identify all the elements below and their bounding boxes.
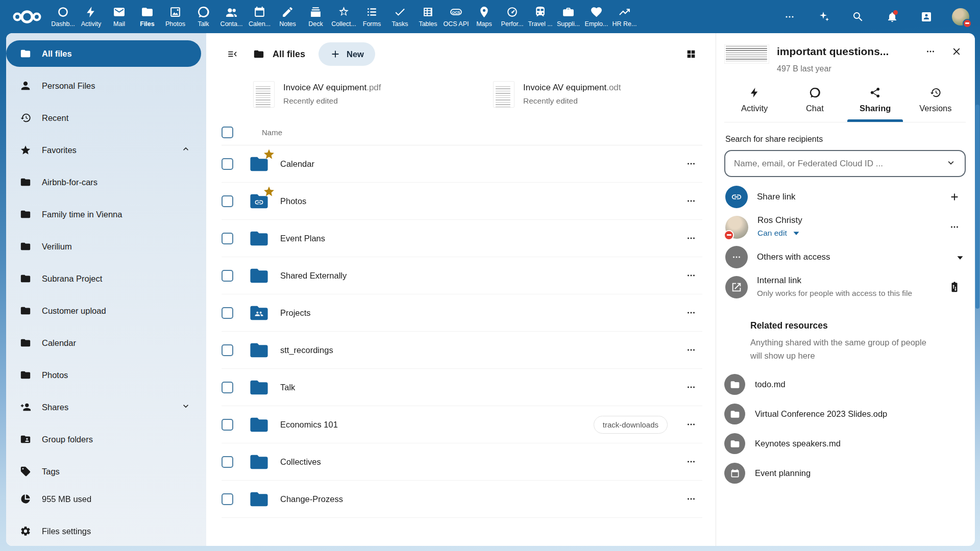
row-checkbox[interactable]: [222, 233, 233, 244]
row-actions-button[interactable]: [681, 452, 701, 472]
sidebar-item-customer-upload[interactable]: Customer upload: [11, 297, 201, 324]
table-row-projects[interactable]: Projects: [222, 294, 702, 332]
recent-file-card[interactable]: Invoice AV equipment.odt Recently edited: [493, 81, 679, 108]
tab-activity[interactable]: Activity: [724, 81, 785, 122]
related-resource-virtual-conference-2023-slides-odp[interactable]: Virtual Conference 2023 Slides.odp: [724, 399, 966, 429]
row-actions-button[interactable]: [681, 265, 701, 286]
related-resource-event-planning[interactable]: Event planning: [724, 459, 966, 488]
share-recipient-input[interactable]: [724, 150, 966, 177]
app-tasks[interactable]: Tasks: [386, 1, 414, 33]
sidebar-item-family-time-in-vienna[interactable]: Family time in Vienna: [11, 201, 201, 228]
row-checkbox[interactable]: [222, 270, 233, 282]
details-actions-button[interactable]: [921, 42, 940, 61]
scrollbar-thumb[interactable]: [975, 105, 979, 309]
app-calen[interactable]: Calen...: [246, 1, 274, 33]
sidebar-item-all-files[interactable]: All files: [6, 40, 201, 67]
chevron-down-icon[interactable]: [181, 401, 191, 413]
row-checkbox[interactable]: [222, 456, 233, 468]
sidebar-item-files-settings[interactable]: Files settings: [11, 518, 201, 544]
row-checkbox[interactable]: [222, 195, 233, 207]
app-collect[interactable]: Collect...: [330, 1, 358, 33]
table-row-talk[interactable]: Talk: [222, 369, 702, 406]
app-mail[interactable]: Mail: [105, 1, 133, 33]
related-resource-todo-md[interactable]: todo.md: [724, 370, 966, 399]
table-row-stt-recordings[interactable]: stt_recordings: [222, 332, 702, 369]
tab-chat[interactable]: Chat: [785, 81, 845, 122]
sidebar-item-calendar[interactable]: Calendar: [11, 330, 201, 356]
collapse-sidebar-button[interactable]: [222, 43, 244, 65]
file-tag[interactable]: track-downloads: [594, 416, 668, 434]
new-button[interactable]: New: [318, 42, 375, 66]
close-details-button[interactable]: [947, 42, 966, 61]
row-checkbox[interactable]: [222, 419, 233, 431]
file-name[interactable]: Change-Prozess: [280, 494, 343, 504]
app-hr-re[interactable]: HR Re...: [610, 1, 639, 33]
row-checkbox[interactable]: [222, 307, 233, 319]
tab-versions[interactable]: Versions: [905, 81, 966, 122]
sidebar-item-subrana-project[interactable]: Subrana Project: [11, 265, 201, 292]
file-name[interactable]: stt_recordings: [280, 345, 333, 355]
name-column-header[interactable]: Name: [262, 128, 282, 137]
app-talk[interactable]: Talk: [189, 1, 217, 33]
chevron-up-icon[interactable]: [181, 144, 191, 156]
sidebar-item-airbnb-for-cars[interactable]: Airbnb-for-cars: [11, 169, 201, 195]
table-row-economics-101[interactable]: Economics 101track-downloads: [222, 406, 702, 443]
file-name[interactable]: Event Plans: [280, 234, 325, 243]
sidebar-item-tags[interactable]: Tags: [11, 458, 201, 485]
row-checkbox[interactable]: [222, 344, 233, 356]
expand-others-button[interactable]: [954, 252, 965, 262]
app-dashb[interactable]: Dashb...: [49, 1, 77, 33]
app-files[interactable]: Files: [133, 1, 161, 33]
recipient-actions-button[interactable]: [944, 217, 965, 237]
unified-search-button[interactable]: [848, 7, 868, 27]
app-emplo[interactable]: Emplo...: [582, 1, 610, 33]
app-tables[interactable]: Tables: [414, 1, 442, 33]
sidebar-item-group-folders[interactable]: Group folders: [11, 426, 201, 453]
recent-file-card[interactable]: Invoice AV equipment.pdf Recently edited: [253, 81, 439, 108]
file-name[interactable]: Projects: [280, 308, 311, 318]
app-notes[interactable]: Notes: [274, 1, 302, 33]
app-photos[interactable]: Photos: [161, 1, 189, 33]
file-name[interactable]: Photos: [280, 196, 306, 206]
table-row-change-prozess[interactable]: Change-Prozess: [222, 481, 702, 518]
row-checkbox[interactable]: [222, 382, 233, 393]
more-apps-button[interactable]: [779, 7, 800, 27]
grid-view-toggle-button[interactable]: [680, 43, 702, 65]
file-name[interactable]: Collectives: [280, 457, 321, 467]
app-conta[interactable]: Conta...: [217, 1, 246, 33]
table-row-shared-externally[interactable]: Shared Externally: [222, 257, 702, 294]
app-forms[interactable]: Forms: [358, 1, 386, 33]
permission-dropdown[interactable]: Can edit: [757, 228, 802, 239]
sidebar-item-photos[interactable]: Photos: [11, 362, 201, 388]
sidebar-item-favorites[interactable]: Favorites: [11, 137, 201, 163]
notifications-button[interactable]: [882, 7, 902, 27]
app-activity[interactable]: Activity: [77, 1, 105, 33]
sidebar-item-verilium[interactable]: Verilium: [11, 233, 201, 260]
table-row-photos[interactable]: Photos: [222, 183, 702, 220]
nextcloud-logo-icon[interactable]: [5, 8, 49, 26]
row-checkbox[interactable]: [222, 158, 233, 170]
app-ocs-api[interactable]: OCSOCS API: [442, 1, 470, 33]
others-with-access-row[interactable]: Others with access: [724, 242, 966, 272]
assistant-button[interactable]: [814, 7, 834, 27]
file-name[interactable]: Calendar: [280, 159, 314, 169]
sidebar-item-955-mb-used[interactable]: 955 MB used: [11, 486, 201, 512]
file-name[interactable]: Economics 101: [280, 420, 338, 430]
app-travel[interactable]: Travel ...: [526, 1, 554, 33]
related-resource-keynotes-speakers-md[interactable]: Keynotes speakers.md: [724, 429, 966, 459]
table-row-collectives[interactable]: Collectives: [222, 443, 702, 481]
row-actions-button[interactable]: [681, 377, 701, 397]
row-actions-button[interactable]: [681, 154, 701, 174]
table-row-event-plans[interactable]: Event Plans: [222, 220, 702, 257]
tab-sharing[interactable]: Sharing: [845, 81, 905, 122]
copy-internal-link-button[interactable]: [944, 277, 965, 297]
file-name[interactable]: Talk: [280, 383, 295, 392]
sidebar-item-shares[interactable]: Shares: [11, 394, 201, 420]
user-avatar-button[interactable]: [950, 7, 971, 27]
row-actions-button[interactable]: [681, 303, 701, 323]
row-actions-button[interactable]: [681, 340, 701, 360]
row-actions-button[interactable]: [681, 191, 701, 211]
row-actions-button[interactable]: [681, 228, 701, 248]
select-all-checkbox[interactable]: [222, 127, 233, 138]
table-row-calendar[interactable]: Calendar: [222, 145, 702, 183]
